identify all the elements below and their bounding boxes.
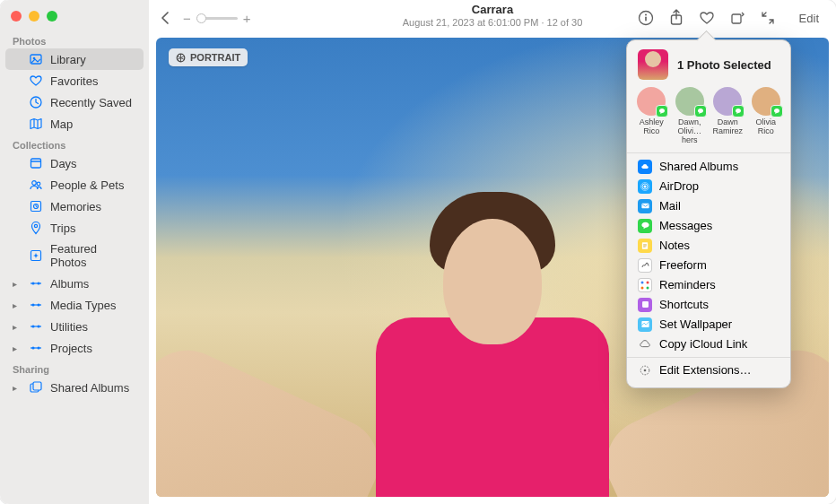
edit-button[interactable]: Edit bbox=[789, 9, 829, 28]
share-header: 1 Photo Selected bbox=[627, 40, 790, 87]
sidebar-item-label: Projects bbox=[50, 342, 92, 355]
messages-badge-icon bbox=[732, 105, 745, 117]
share-app-set-wallpaper[interactable]: Set Wallpaper bbox=[627, 315, 790, 335]
svg-point-34 bbox=[647, 286, 649, 289]
share-system-copy-icloud-link[interactable]: Copy iCloud Link bbox=[627, 335, 790, 354]
sidebar-item-label: Shared Albums bbox=[50, 381, 129, 395]
svg-point-4 bbox=[32, 181, 37, 186]
share-contact[interactable]: Dawn Ramirez bbox=[709, 87, 746, 145]
share-contact[interactable]: Ashley Rico bbox=[632, 87, 670, 145]
zoom-slider[interactable] bbox=[196, 17, 238, 20]
sidebar-item-map[interactable]: Map bbox=[5, 113, 144, 135]
reminders-icon bbox=[638, 278, 652, 292]
share-contact[interactable]: Olivia Rico bbox=[747, 87, 785, 145]
share-app-airdrop[interactable]: AirDrop bbox=[627, 177, 790, 196]
share-app-shortcuts[interactable]: Shortcuts bbox=[627, 295, 790, 315]
photo-subtitle: August 21, 2023 at 6:01:00 PM · 12 of 30 bbox=[403, 17, 583, 28]
clock-icon bbox=[29, 95, 43, 109]
svg-point-33 bbox=[647, 281, 649, 283]
share-app-notes[interactable]: Notes bbox=[627, 236, 790, 256]
svg-point-21 bbox=[645, 14, 647, 16]
share-app-shared-albums[interactable]: Shared Albums bbox=[627, 157, 790, 177]
share-contact[interactable]: Dawn, Olivi…hers bbox=[671, 87, 709, 145]
avatar bbox=[752, 87, 780, 116]
sidebar-item-label: Favorites bbox=[50, 74, 98, 88]
zoom-in-button[interactable]: + bbox=[243, 11, 251, 26]
notes-icon bbox=[638, 239, 652, 253]
share-row-label: Mail bbox=[659, 199, 681, 213]
sidebar-item-favorites[interactable]: Favorites bbox=[5, 70, 144, 91]
svg-rect-29 bbox=[641, 204, 649, 209]
app-window: PhotosLibraryFavoritesRecently SavedMapC… bbox=[0, 0, 836, 504]
map-icon bbox=[29, 117, 43, 131]
share-row-label: Reminders bbox=[659, 278, 716, 291]
mail-icon bbox=[638, 199, 652, 213]
info-button[interactable] bbox=[637, 9, 655, 27]
messages-badge-icon bbox=[771, 105, 783, 117]
sidebar-item-projects[interactable]: ▸Projects bbox=[5, 337, 144, 359]
contact-name: Olivia Rico bbox=[747, 118, 785, 136]
sidebar-item-label: People & Pets bbox=[50, 178, 124, 192]
share-app-messages[interactable]: Messages bbox=[627, 216, 790, 236]
share-row-label: Messages bbox=[659, 219, 712, 232]
sidebar-item-utilities[interactable]: ▸Utilities bbox=[5, 316, 144, 337]
share-popover: 1 Photo Selected Ashley RicoDawn, Olivi…… bbox=[626, 39, 791, 388]
minimize-window-button[interactable] bbox=[29, 11, 39, 22]
sparkle-icon bbox=[29, 248, 43, 263]
sidebar-item-recently-saved[interactable]: Recently Saved bbox=[5, 91, 144, 113]
zoom-window-button[interactable] bbox=[47, 11, 57, 22]
wallpaper-icon bbox=[638, 317, 652, 332]
toolbar-right: Edit bbox=[637, 9, 829, 28]
share-app-freeform[interactable]: Freeform bbox=[627, 256, 790, 275]
chevron-right-icon: ▸ bbox=[13, 322, 22, 332]
sidebar-item-albums[interactable]: ▸Albums bbox=[5, 273, 144, 294]
calendar-icon bbox=[29, 156, 43, 170]
sidebar: PhotosLibraryFavoritesRecently SavedMapC… bbox=[0, 0, 149, 504]
svg-point-39 bbox=[644, 369, 647, 371]
svg-point-5 bbox=[37, 182, 40, 186]
aperture-icon bbox=[176, 53, 186, 63]
svg-rect-3 bbox=[31, 159, 41, 168]
contact-name: Dawn, Olivi…hers bbox=[671, 118, 709, 145]
svg-point-32 bbox=[641, 286, 644, 289]
sidebar-item-label: Recently Saved bbox=[50, 96, 132, 109]
sidebar-section-header: Photos bbox=[5, 30, 144, 48]
share-footer-edit-extensions…[interactable]: Edit Extensions… bbox=[627, 361, 790, 380]
tool-icon bbox=[29, 319, 43, 334]
share-app-mail[interactable]: Mail bbox=[627, 196, 790, 216]
svg-rect-24 bbox=[732, 14, 741, 23]
toolbar: − + Carrara August 21, 2023 at 6:01:00 P… bbox=[149, 0, 836, 36]
portrait-badge[interactable]: PORTRAIT bbox=[169, 48, 248, 66]
rotate-button[interactable] bbox=[728, 9, 746, 27]
exit-fullscreen-button[interactable] bbox=[759, 9, 777, 27]
sidebar-item-featured-photos[interactable]: Featured Photos bbox=[5, 239, 144, 273]
sidebar-item-days[interactable]: Days bbox=[5, 152, 144, 174]
library-icon bbox=[29, 52, 43, 66]
messages-badge-icon bbox=[656, 105, 668, 117]
sidebar-item-trips[interactable]: Trips bbox=[5, 217, 144, 239]
share-app-reminders[interactable]: Reminders bbox=[627, 275, 790, 295]
sidebar-item-shared-albums[interactable]: ▸Shared Albums bbox=[5, 377, 144, 398]
zoom-out-button[interactable]: − bbox=[183, 11, 191, 26]
sidebar-item-label: Days bbox=[50, 157, 77, 170]
sidebar-item-library[interactable]: Library bbox=[5, 48, 144, 70]
share-row-label: Set Wallpaper bbox=[659, 317, 732, 331]
sidebar-item-label: Memories bbox=[50, 200, 101, 213]
share-thumbnail bbox=[638, 49, 668, 80]
sidebar-item-label: Map bbox=[50, 117, 73, 131]
share-row-label: Shared Albums bbox=[659, 160, 738, 173]
messages-badge-icon bbox=[694, 105, 707, 117]
sidebar-item-media-types[interactable]: ▸Media Types bbox=[5, 294, 144, 316]
shared-icon bbox=[29, 380, 43, 395]
sidebar-item-people-pets[interactable]: People & Pets bbox=[5, 174, 144, 196]
back-button[interactable] bbox=[156, 9, 174, 27]
sidebar-item-label: Library bbox=[50, 53, 86, 66]
sidebar-item-memories[interactable]: Memories bbox=[5, 196, 144, 217]
main-area: − + Carrara August 21, 2023 at 6:01:00 P… bbox=[149, 0, 836, 504]
favorite-button[interactable] bbox=[698, 9, 716, 27]
share-button[interactable] bbox=[667, 9, 685, 27]
close-window-button[interactable] bbox=[11, 11, 22, 22]
share-row-label: Freeform bbox=[659, 258, 707, 272]
share-row-label: Copy iCloud Link bbox=[659, 337, 747, 351]
share-row-label: AirDrop bbox=[659, 179, 699, 193]
